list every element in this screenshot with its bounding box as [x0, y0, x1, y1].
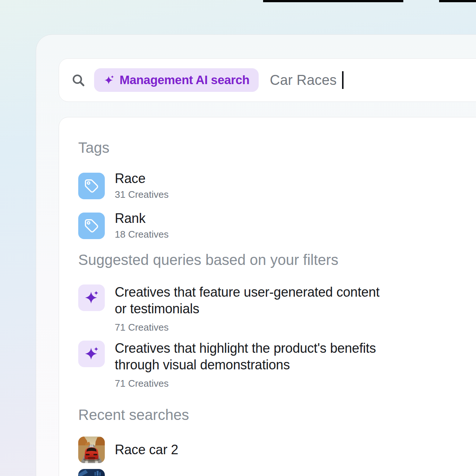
tag-icon — [78, 213, 105, 239]
race-car-thumbnail — [78, 437, 105, 463]
tag-result-race[interactable]: Race 31 Creatives — [78, 172, 475, 200]
ai-sparkle-icon — [103, 75, 115, 86]
app-window: Management AI search Car Races Tags Race — [36, 34, 476, 476]
suggested-query-count: 71 Creatives — [115, 322, 379, 333]
suggested-query-1[interactable]: Creatives that feature user-generated co… — [78, 284, 475, 333]
tag-count: 18 Creatives — [115, 229, 169, 240]
recent-search-partial[interactable] — [78, 469, 475, 476]
recent-search-label: Race car 2 — [115, 443, 178, 457]
search-icon — [71, 73, 85, 87]
text-cursor — [342, 71, 344, 89]
suggested-query-2[interactable]: Creatives that highlight the product's b… — [78, 340, 475, 389]
search-query-text: Car Races — [270, 72, 337, 88]
background-window-edge — [263, 0, 403, 2]
search-bar[interactable]: Management AI search Car Races — [59, 58, 476, 102]
search-suggestions-panel: Tags Race 31 Creatives — [59, 117, 476, 476]
tag-result-rank[interactable]: Rank 18 Creatives — [78, 211, 475, 240]
search-input[interactable]: Car Races — [270, 71, 343, 89]
tag-count: 31 Creatives — [115, 189, 169, 200]
ai-sparkle-icon — [78, 284, 105, 311]
ai-sparkle-icon — [78, 341, 105, 367]
background-window-edge — [439, 0, 476, 2]
tag-icon — [78, 173, 105, 199]
suggested-queries-section-title: Suggested queries based on your filters — [78, 251, 475, 268]
ai-badge-label: Management AI search — [120, 73, 249, 87]
recent-search-race-car-2[interactable]: Race car 2 — [78, 437, 475, 463]
recent-searches-section-title: Recent searches — [78, 406, 475, 423]
tag-label: Race — [115, 172, 169, 186]
night-scene-thumbnail — [78, 469, 105, 476]
ai-search-filter-badge[interactable]: Management AI search — [94, 68, 259, 92]
suggested-query-label: Creatives that feature user-generated co… — [115, 284, 379, 317]
tag-label: Rank — [115, 211, 169, 225]
suggested-query-label: Creatives that highlight the product's b… — [115, 340, 376, 373]
suggested-query-count: 71 Creatives — [115, 378, 376, 389]
tags-section-title: Tags — [78, 139, 475, 156]
desktop-background: Management AI search Car Races Tags Race — [0, 0, 476, 476]
